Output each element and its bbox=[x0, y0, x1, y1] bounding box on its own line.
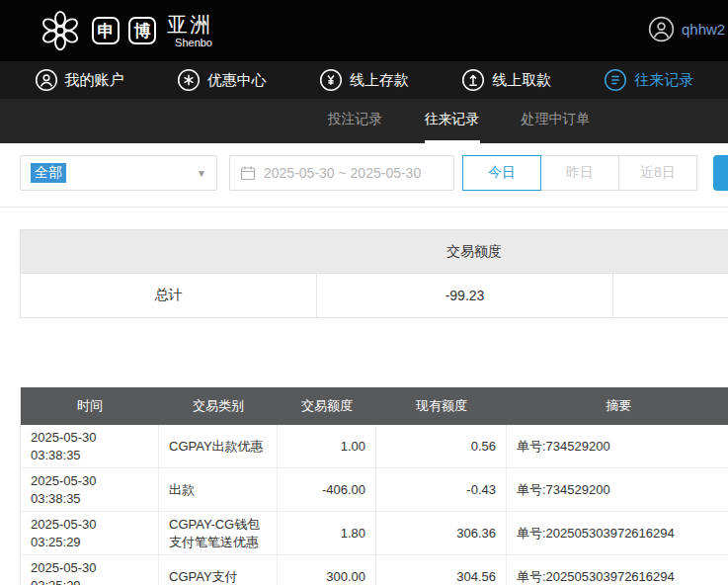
quick-filter-last8days[interactable]: 近8日 bbox=[618, 155, 697, 191]
cell-amount: 1.00 bbox=[278, 425, 376, 467]
nav-label: 我的账户 bbox=[65, 71, 124, 90]
cell-type: 出款 bbox=[159, 468, 278, 511]
user-menu[interactable]: qhhw2 bbox=[648, 16, 725, 42]
brand-region-label: 亚洲 bbox=[167, 14, 212, 35]
cell-time: 2025-05-30 03:25:29 bbox=[21, 555, 159, 585]
deposit-icon bbox=[319, 68, 343, 92]
nav-item-deposit[interactable]: 线上存款 bbox=[319, 61, 409, 99]
nav-item-my-account[interactable]: 我的账户 bbox=[35, 61, 124, 99]
cell-summary: 单号:734529200 bbox=[507, 468, 728, 511]
chevron-down-icon: ▼ bbox=[197, 168, 206, 179]
nav-label: 优惠中心 bbox=[207, 71, 267, 90]
nav-item-records[interactable]: 往来记录 bbox=[604, 61, 693, 99]
nav-label: 线上取款 bbox=[492, 71, 551, 90]
cell-summary: 单号:202505303972616294 bbox=[507, 512, 728, 554]
cell-time: 2025-05-30 03:38:35 bbox=[21, 425, 159, 467]
cell-time: 2025-05-30 03:38:35 bbox=[21, 468, 159, 511]
divider bbox=[0, 207, 728, 208]
brand-logo: 申 博 亚洲 Shenbo bbox=[38, 8, 212, 53]
cell-time: 2025-05-30 03:25:29 bbox=[21, 512, 159, 554]
summary-total-row: 总计 -99.23 bbox=[21, 274, 728, 317]
table-row: 2025-05-30 03:25:29 CGPAY支付 300.00 304.5… bbox=[21, 555, 728, 585]
summary-table: 交易额度 总计 -99.23 bbox=[20, 229, 728, 318]
summary-header: 交易额度 bbox=[21, 230, 728, 274]
table-header-row: 时间 交易类别 交易额度 现有额度 摘要 bbox=[21, 387, 728, 425]
nav-label: 往来记录 bbox=[634, 71, 693, 90]
user-icon bbox=[648, 16, 675, 42]
search-button[interactable] bbox=[713, 155, 728, 191]
category-select[interactable]: 全部 ▼ bbox=[20, 155, 217, 191]
brand-subtitle: Shenbo bbox=[167, 38, 212, 48]
cell-balance: -0.43 bbox=[376, 468, 507, 511]
col-header-summary: 摘要 bbox=[507, 387, 728, 425]
col-header-time: 时间 bbox=[21, 387, 159, 425]
nav-item-promotions[interactable]: 优惠中心 bbox=[177, 61, 267, 99]
cell-balance: 304.56 bbox=[376, 555, 507, 585]
date-range-value: 2025-05-30 ~ 2025-05-30 bbox=[264, 165, 421, 181]
category-select-value: 全部 bbox=[31, 163, 66, 183]
table-row: 2025-05-30 03:38:35 CGPAY出款优惠 1.00 0.56 … bbox=[21, 425, 728, 468]
calendar-icon bbox=[240, 165, 256, 181]
brand-region: 亚洲 Shenbo bbox=[167, 14, 212, 48]
filter-row: 全部 ▼ 2025-05-30 ~ 2025-05-30 今日 昨日 近8日 bbox=[20, 155, 728, 191]
subnav: 投注记录 往来记录 处理中订单 bbox=[0, 99, 728, 143]
date-range-picker[interactable]: 2025-05-30 ~ 2025-05-30 bbox=[229, 155, 454, 191]
withdraw-icon bbox=[461, 68, 485, 92]
brand-char-shen: 申 bbox=[92, 17, 120, 44]
cell-type: CGPAY-CG钱包支付笔笔送优惠 bbox=[159, 512, 278, 554]
topbar: 申 博 亚洲 Shenbo qhhw2 bbox=[0, 0, 728, 61]
cell-type: CGPAY支付 bbox=[159, 555, 278, 585]
cell-balance: 306.36 bbox=[376, 512, 507, 554]
tab-betting-records[interactable]: 投注记录 bbox=[328, 99, 383, 143]
col-header-type: 交易类别 bbox=[159, 387, 278, 425]
cell-amount: 300.00 bbox=[278, 555, 376, 585]
summary-total-label: 总计 bbox=[21, 274, 317, 317]
col-header-balance: 现有额度 bbox=[376, 387, 507, 425]
summary-total-value: -99.23 bbox=[317, 274, 613, 317]
tab-transaction-records[interactable]: 往来记录 bbox=[425, 99, 480, 143]
col-header-amount: 交易额度 bbox=[278, 387, 376, 425]
cell-amount: -406.00 bbox=[278, 468, 376, 511]
table-row: 2025-05-30 03:25:29 CGPAY-CG钱包支付笔笔送优惠 1.… bbox=[21, 512, 728, 555]
brand-char-bo: 博 bbox=[128, 17, 156, 44]
records-icon bbox=[604, 68, 627, 92]
table-row: 2025-05-30 03:38:35 出款 -406.00 -0.43 单号:… bbox=[21, 468, 728, 512]
quick-filter-today[interactable]: 今日 bbox=[462, 155, 541, 191]
promo-icon bbox=[177, 68, 201, 92]
main-nav: 我的账户 优惠中心 线上存款 线上取款 bbox=[0, 61, 728, 99]
nav-item-withdraw[interactable]: 线上取款 bbox=[461, 61, 551, 99]
summary-empty-cell bbox=[613, 274, 728, 317]
nav-label: 线上存款 bbox=[350, 71, 409, 90]
transactions-table: 时间 交易类别 交易额度 现有额度 摘要 2025-05-30 03:38:35… bbox=[20, 387, 728, 585]
tab-processing-orders[interactable]: 处理中订单 bbox=[522, 99, 591, 143]
cell-balance: 0.56 bbox=[376, 425, 507, 467]
quick-filter-yesterday[interactable]: 昨日 bbox=[540, 155, 619, 191]
username: qhhw2 bbox=[682, 21, 725, 38]
flower-logo-icon bbox=[38, 8, 83, 53]
cell-summary: 单号:202505303972616294 bbox=[507, 555, 728, 585]
account-icon bbox=[35, 68, 58, 92]
cell-amount: 1.80 bbox=[278, 512, 376, 554]
cell-type: CGPAY出款优惠 bbox=[159, 425, 278, 467]
cell-summary: 单号:734529200 bbox=[507, 425, 728, 467]
